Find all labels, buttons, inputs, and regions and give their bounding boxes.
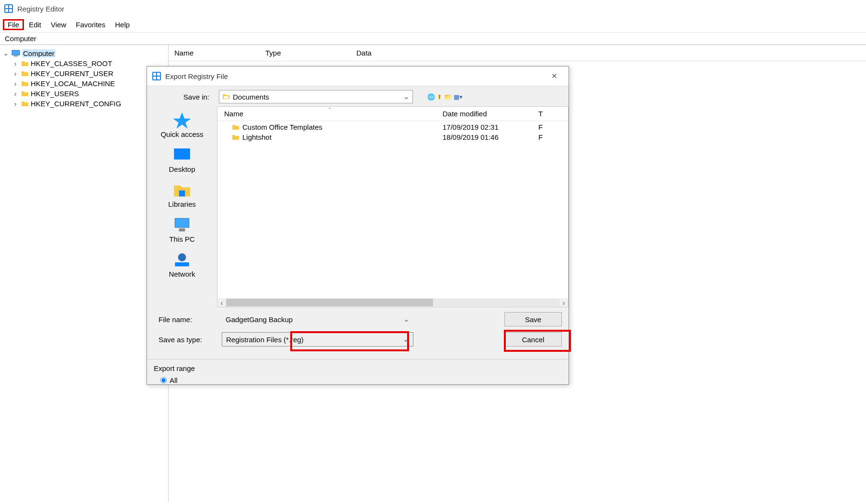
chevron-down-icon[interactable]: ⌄ (2, 49, 10, 57)
tree-key-label: HKEY_CLASSES_ROOT (31, 59, 112, 67)
file-col-date[interactable]: Date modified (443, 110, 538, 118)
export-range-all-radio[interactable] (160, 377, 167, 383)
place-desktop[interactable]: Desktop (147, 144, 217, 179)
tree-key[interactable]: › HKEY_USERS (11, 89, 166, 99)
menu-view[interactable]: View (46, 19, 71, 30)
chevron-right-icon[interactable]: › (11, 90, 19, 98)
computer-icon (172, 217, 192, 233)
tree-key-label: HKEY_CURRENT_CONFIG (31, 100, 121, 108)
save-in-label: Save in: (152, 93, 214, 101)
save-type-label: Save as type: (154, 336, 217, 344)
scroll-left-icon[interactable]: ‹ (217, 299, 226, 307)
file-name-label: File name: (154, 315, 217, 324)
svg-rect-15 (179, 190, 185, 197)
svg-rect-19 (175, 262, 189, 266)
tree-key-label: HKEY_USERS (31, 90, 79, 98)
scroll-thumb[interactable] (226, 299, 433, 306)
file-name: Lightshot (242, 133, 272, 141)
place-quick-access[interactable]: Quick access (147, 109, 217, 144)
svg-rect-8 (153, 73, 156, 76)
menu-edit[interactable]: Edit (24, 19, 46, 30)
file-type: F (538, 133, 568, 141)
chevron-right-icon[interactable]: › (11, 79, 19, 88)
file-row[interactable]: Custom Office Templates 17/09/2019 02:31… (217, 122, 568, 132)
col-type[interactable]: Type (260, 48, 351, 58)
horizontal-scrollbar[interactable]: ‹ › (217, 298, 568, 307)
sort-indicator-icon: ⌃ (328, 107, 331, 112)
svg-rect-1 (5, 5, 8, 8)
save-in-combo[interactable]: Documents ⌄ (219, 90, 413, 103)
svg-rect-5 (12, 50, 20, 55)
tree-key[interactable]: › HKEY_CLASSES_ROOT (11, 58, 166, 68)
save-in-value: Documents (233, 93, 269, 101)
file-date: 18/09/2019 01:46 (443, 133, 538, 141)
tree-key[interactable]: › HKEY_CURRENT_USER (11, 68, 166, 78)
save-button[interactable]: Save (504, 312, 562, 326)
folder-icon (21, 90, 29, 98)
folder-icon (21, 60, 29, 67)
view-menu-icon[interactable]: ▦▾ (454, 93, 463, 101)
file-col-type[interactable]: T (538, 110, 568, 118)
place-label: Quick access (160, 130, 203, 138)
tree-key[interactable]: › HKEY_CURRENT_CONFIG (11, 99, 166, 109)
menu-help[interactable]: Help (110, 19, 135, 30)
menubar: File Edit View Favorites Help (0, 17, 866, 33)
registry-tree[interactable]: ⌄ Computer › HKEY_CLASSES_ROOT › HKEY_CU… (0, 45, 169, 502)
file-name-input[interactable] (222, 312, 413, 326)
close-button[interactable]: ✕ (545, 69, 564, 83)
file-row[interactable]: Lightshot 18/09/2019 01:46 F (217, 132, 568, 142)
chevron-right-icon[interactable]: › (11, 69, 19, 78)
places-bar: Quick access Desktop Libraries This PC (147, 106, 217, 307)
save-type-value: Registration Files (*.reg) (226, 336, 304, 344)
file-list[interactable]: ⌃ Name Date modified T Custom Office Tem… (217, 106, 569, 307)
cancel-button-label: Cancel (522, 336, 545, 344)
svg-rect-12 (224, 96, 228, 99)
address-bar[interactable]: Computer (0, 33, 866, 45)
col-data[interactable]: Data (351, 48, 866, 58)
chevron-right-icon[interactable]: › (11, 100, 19, 108)
file-date: 17/09/2019 02:31 (443, 123, 538, 131)
value-list-header[interactable]: Name Type Data (169, 45, 866, 61)
chevron-down-icon: ⌄ (403, 92, 410, 101)
place-this-pc[interactable]: This PC (147, 214, 217, 249)
export-range-all-label: All (170, 376, 178, 384)
up-icon[interactable]: ⬆ (437, 93, 442, 101)
computer-icon (11, 50, 20, 56)
place-label: Libraries (168, 200, 196, 208)
folder-icon (21, 80, 29, 88)
tree-key[interactable]: › HKEY_LOCAL_MACHINE (11, 78, 166, 89)
scroll-right-icon[interactable]: › (559, 299, 568, 307)
back-icon[interactable]: 🌐 (427, 93, 435, 101)
svg-rect-6 (14, 56, 18, 56)
save-type-combo[interactable]: Registration Files (*.reg) ⌄ (222, 332, 413, 347)
dialog-titlebar[interactable]: Export Registry File ✕ (147, 67, 569, 86)
export-dialog: Export Registry File ✕ Save in: Document… (147, 66, 569, 385)
file-list-header[interactable]: ⌃ Name Date modified T (217, 107, 568, 121)
regedit-icon (152, 71, 161, 81)
svg-rect-2 (9, 5, 12, 8)
tree-key-label: HKEY_CURRENT_USER (31, 69, 114, 78)
star-icon (172, 112, 192, 128)
tree-root[interactable]: ⌄ Computer (2, 48, 166, 58)
dialog-title: Export Registry File (165, 72, 545, 80)
cancel-button[interactable]: Cancel (504, 332, 562, 347)
folder-icon (21, 70, 29, 78)
tree-key-label: HKEY_LOCAL_MACHINE (31, 79, 115, 88)
menu-file[interactable]: File (3, 19, 24, 30)
chevron-right-icon[interactable]: › (11, 59, 19, 67)
menu-favorites[interactable]: Favorites (71, 19, 110, 30)
place-libraries[interactable]: Libraries (147, 179, 217, 214)
place-label: Desktop (169, 165, 195, 173)
folder-icon (232, 123, 239, 131)
titlebar: Registry Editor (0, 0, 866, 17)
export-range-group: Export range All (147, 359, 569, 384)
scroll-track[interactable] (226, 299, 559, 306)
folder-icon (222, 93, 230, 101)
folder-icon (232, 134, 239, 141)
new-folder-icon[interactable]: 📁 (444, 93, 452, 101)
col-name[interactable]: Name (169, 48, 260, 58)
place-network[interactable]: Network (147, 249, 217, 284)
place-label: Network (169, 270, 195, 278)
regedit-icon (4, 4, 13, 13)
export-range-legend: Export range (154, 364, 562, 372)
